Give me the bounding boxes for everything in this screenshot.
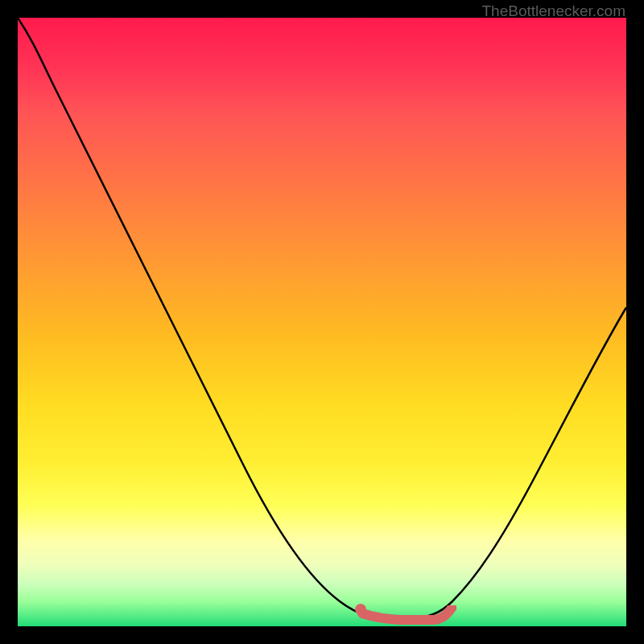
chart-area: [18, 18, 626, 626]
bottleneck-curve: [18, 18, 626, 626]
watermark-text: TheBottlenecker.com: [482, 2, 625, 20]
optimal-start-marker: [355, 604, 366, 615]
optimal-zone-band: [356, 605, 456, 625]
